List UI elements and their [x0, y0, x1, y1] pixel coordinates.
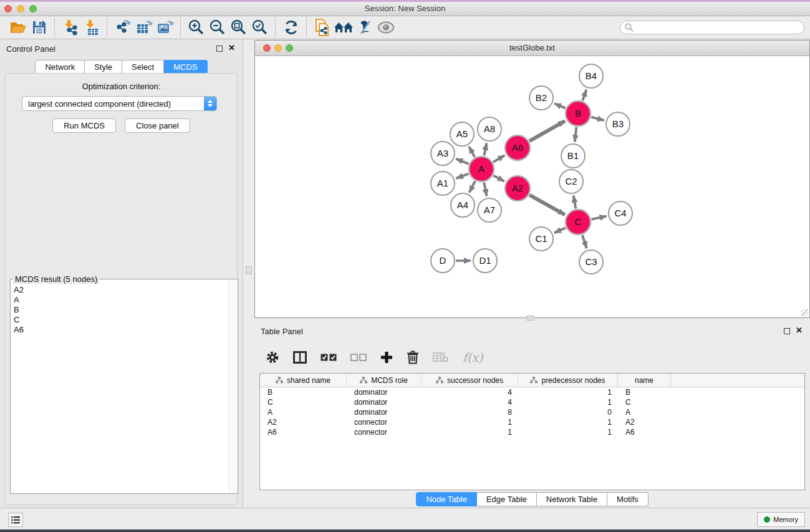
table-cell[interactable]: A2	[260, 417, 347, 427]
edge-A-A2[interactable]	[493, 175, 504, 181]
table-cell[interactable]: B	[618, 387, 671, 397]
zoom-selected-icon[interactable]	[249, 18, 271, 37]
tab-network-table[interactable]: Network Table	[537, 492, 607, 506]
close-traffic-light[interactable]	[4, 5, 12, 12]
zoom-fit-icon[interactable]	[228, 18, 249, 37]
table-header-row[interactable]: shared nameMCDS rolesuccessor nodesprede…	[260, 374, 804, 387]
table-cell[interactable]: A6	[260, 427, 347, 437]
table-cell[interactable]: 1	[422, 427, 518, 437]
delete-row-icon[interactable]	[407, 351, 419, 364]
edge-A-A6[interactable]	[493, 155, 504, 162]
tab-edge-table[interactable]: Edge Table	[477, 492, 537, 506]
select-stepper-icon[interactable]	[204, 97, 216, 110]
export-table-icon[interactable]	[133, 18, 155, 37]
eye-icon[interactable]	[375, 18, 397, 37]
tab-select[interactable]: Select	[122, 60, 164, 74]
table-cell[interactable]: B	[260, 387, 347, 397]
table-row[interactable]: Bdominator41B	[260, 387, 804, 397]
import-table-icon[interactable]	[81, 18, 102, 37]
table-row[interactable]: Cdominator41C	[260, 397, 804, 407]
edge-A-A7[interactable]	[484, 183, 486, 196]
table-cell[interactable]: A	[618, 407, 671, 417]
table-close-panel-icon[interactable]: ✕	[796, 326, 803, 336]
table-cell[interactable]: dominator	[347, 387, 422, 397]
table-cell[interactable]: 1	[518, 417, 618, 427]
network-titlebar[interactable]: testGlobe.txt	[255, 41, 809, 56]
mcds-result-item[interactable]: A	[14, 295, 228, 305]
table-cell[interactable]: C	[260, 397, 347, 407]
birdseye-home-icon[interactable]	[333, 18, 354, 37]
zoom-in-icon[interactable]	[186, 18, 207, 37]
edge-B-B2[interactable]	[554, 104, 566, 108]
zoom-out-icon[interactable]	[207, 18, 228, 37]
node-table[interactable]: shared nameMCDS rolesuccessor nodesprede…	[259, 373, 805, 490]
network-close-traffic-light[interactable]	[263, 44, 271, 52]
zoom-traffic-light[interactable]	[29, 5, 37, 12]
table-cell[interactable]: 0	[518, 407, 618, 417]
destroy-table-icon[interactable]	[433, 352, 449, 363]
edge-C-C1[interactable]	[554, 228, 566, 233]
edge-A6-B[interactable]	[529, 121, 565, 141]
edge-C-C3[interactable]	[582, 235, 587, 248]
table-cell[interactable]: dominator	[347, 397, 422, 407]
table-cell[interactable]: C	[618, 397, 671, 407]
mcds-result-item[interactable]: A6	[14, 325, 228, 335]
edge-A-A8[interactable]	[484, 143, 486, 156]
function-builder-icon[interactable]: f(x)	[463, 351, 483, 364]
mcds-result-item[interactable]: A2	[14, 285, 228, 295]
tab-mcds[interactable]: MCDS	[164, 60, 207, 74]
column-header-predecessor-nodes[interactable]: predecessor nodes	[518, 374, 618, 387]
mcds-result-list[interactable]: A2ABCA6	[14, 285, 228, 491]
tab-node-table[interactable]: Node Table	[416, 492, 477, 506]
edge-A-A4[interactable]	[470, 181, 475, 193]
apply-layout-icon[interactable]	[281, 18, 302, 37]
tab-motifs[interactable]: Motifs	[607, 492, 648, 506]
column-header-MCDS-role[interactable]: MCDS role	[347, 374, 422, 387]
close-panel-button[interactable]: Close panel	[125, 118, 190, 133]
table-cell[interactable]: 1	[518, 427, 618, 437]
label-visibility-icon[interactable]	[354, 18, 375, 37]
table-cell[interactable]: 8	[422, 407, 518, 417]
table-cell[interactable]: connector	[347, 417, 422, 427]
table-row[interactable]: A6connector11A6	[260, 427, 804, 437]
tab-network[interactable]: Network	[35, 60, 85, 74]
table-cell[interactable]: dominator	[347, 407, 422, 417]
column-header-shared-name[interactable]: shared name	[260, 374, 347, 387]
export-network-icon[interactable]	[112, 18, 133, 37]
add-row-icon[interactable]	[380, 351, 393, 364]
open-session-icon[interactable]	[7, 18, 29, 37]
column-header-successor-nodes[interactable]: successor nodes	[422, 374, 518, 387]
edge-A-A5[interactable]	[469, 147, 475, 157]
criterion-select[interactable]: largest connected component (directed)	[22, 96, 217, 111]
network-minimize-traffic-light[interactable]	[274, 44, 282, 52]
run-mcds-button[interactable]: Run MCDS	[52, 118, 116, 133]
edge-A2-C[interactable]	[529, 195, 565, 215]
table-row[interactable]: Adominator80A	[260, 407, 804, 417]
table-cell[interactable]: 1	[518, 397, 618, 407]
minimize-traffic-light[interactable]	[17, 5, 24, 12]
table-settings-gear-icon[interactable]	[266, 351, 279, 364]
mcds-result-item[interactable]: B	[14, 305, 228, 315]
memory-button[interactable]: Memory	[757, 512, 805, 527]
network-zoom-traffic-light[interactable]	[286, 44, 293, 52]
float-panel-icon[interactable]	[216, 46, 223, 52]
clone-network-icon[interactable]	[312, 18, 333, 37]
table-cell[interactable]: 4	[422, 397, 518, 407]
select-all-icon[interactable]	[321, 354, 337, 361]
table-cell[interactable]: A	[260, 407, 347, 417]
table-float-panel-icon[interactable]	[784, 328, 790, 334]
save-session-icon[interactable]	[29, 18, 50, 37]
table-cell[interactable]: 4	[422, 387, 518, 397]
edge-C-C2[interactable]	[574, 196, 576, 209]
export-image-icon[interactable]	[155, 18, 176, 37]
edge-C-C4[interactable]	[592, 216, 607, 220]
table-cell[interactable]: 1	[422, 417, 518, 427]
horizontal-splitter-handle[interactable]	[526, 316, 534, 321]
table-cell[interactable]: A6	[618, 427, 671, 437]
column-header-name[interactable]: name	[618, 374, 671, 387]
edge-A-A3[interactable]	[456, 159, 468, 164]
table-row[interactable]: A2connector11A2	[260, 417, 804, 427]
table-cell[interactable]: A2	[618, 417, 671, 427]
mcds-scrollbar[interactable]	[229, 280, 237, 493]
edge-B-B4[interactable]	[582, 90, 586, 101]
